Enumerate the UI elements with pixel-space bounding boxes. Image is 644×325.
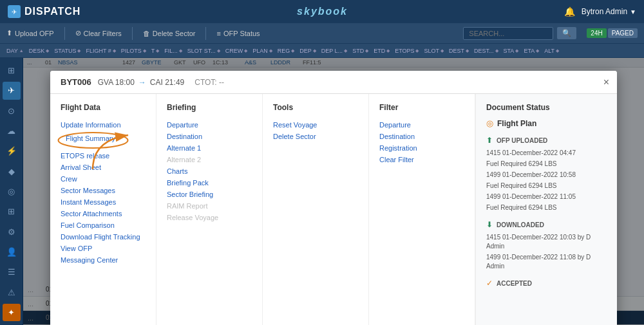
ofp-status-button[interactable]: ≡ OFP Status: [216, 30, 260, 37]
link-fuel-comparison[interactable]: Fuel Comparison: [61, 221, 146, 229]
briefing-title: Briefing: [167, 103, 252, 115]
link-briefing-charts[interactable]: Charts: [167, 167, 252, 175]
sidebar-icon-gear[interactable]: ⚙: [3, 223, 21, 241]
sidebar-icon-flight[interactable]: ✈: [3, 82, 21, 99]
downloaded-label: DOWNLOADED: [497, 221, 544, 228]
col-header-desk[interactable]: Desk ◆: [26, 48, 52, 54]
modal-flight-id: BYT006: [61, 77, 91, 87]
link-reset-voyage[interactable]: Reset Voyage: [273, 121, 358, 129]
clear-filters-button[interactable]: ⊘ Clear Filters: [75, 29, 122, 37]
sidebar-icon-apps[interactable]: ⊞: [3, 203, 21, 220]
col-header-sta[interactable]: STA ◆: [501, 48, 522, 54]
download-doc-icon: ⬇: [486, 220, 493, 229]
modal-ctot: CTOT: --: [194, 78, 224, 87]
chevron-down-icon: ▼: [630, 8, 636, 15]
sidebar-icon-circle[interactable]: ⊙: [3, 102, 21, 120]
col-header-etops[interactable]: ETOPS ◆: [392, 48, 421, 54]
bell-icon[interactable]: 🔔: [564, 6, 575, 17]
link-briefing-departure[interactable]: Departure: [167, 121, 252, 129]
modal-briefing-col: Briefing Departure Destination Alternate…: [156, 94, 263, 325]
doc-uploaded-header: ⬆ OFP UPLOADED: [486, 136, 607, 145]
col-header-dep-l[interactable]: Dep L... ◆: [319, 48, 350, 54]
modal-header: BYT006 GVA 18:00 → CAI 21:49 CTOT: -- ×: [50, 71, 617, 94]
link-view-ofp[interactable]: View OFP: [61, 245, 146, 252]
top-bar-right: 🔔 Bytron Admin ▼: [564, 6, 636, 17]
link-briefing-alternate1[interactable]: Alternate 1: [167, 144, 252, 152]
toolbar-separator-3: [205, 27, 206, 40]
link-sector-attachments[interactable]: Sector Attachments: [61, 210, 146, 218]
view-buttons: 24H PAGED: [587, 28, 638, 38]
link-flight-summary[interactable]: Flight Summary: [61, 133, 120, 144]
link-release-voyage: Release Voyage: [167, 214, 252, 221]
link-filter-clear[interactable]: Clear Filter: [379, 156, 464, 163]
col-header-crew[interactable]: Crew ◆: [223, 48, 251, 54]
accepted-label: ACCEPTED: [497, 280, 532, 287]
link-arrival-sheet[interactable]: Arrival Sheet: [61, 163, 146, 171]
search-button[interactable]: 🔍: [557, 27, 576, 39]
link-briefing-destination[interactable]: Destination: [167, 133, 252, 140]
column-headers: Day ▲ Desk ◆ Status ◆ Flight # ◆ Pilots …: [0, 44, 644, 58]
sidebar-icon-grid[interactable]: ⊞: [3, 62, 21, 79]
modal-close-button[interactable]: ×: [603, 77, 609, 88]
sidebar-icon-lightning[interactable]: ⚡: [3, 142, 21, 160]
sidebar-icon-user[interactable]: 👤: [3, 243, 21, 261]
modal-dep: GVA 18:00: [98, 78, 135, 87]
col-header-reg[interactable]: Reg ◆: [275, 48, 298, 54]
sidebar-icon-menu[interactable]: ☰: [3, 263, 21, 281]
link-filter-destination[interactable]: Destination: [379, 133, 464, 140]
sidebar-icon-star[interactable]: ✦: [3, 304, 21, 321]
link-filter-registration[interactable]: Registration: [379, 144, 464, 152]
col-header-eta[interactable]: ETA ◆: [521, 48, 542, 54]
link-instant-messages[interactable]: Instant Messages: [61, 198, 146, 206]
link-update-information[interactable]: Update Information: [61, 121, 146, 129]
col-header-alt[interactable]: Alt ◆: [542, 48, 562, 54]
search-input[interactable]: [463, 27, 553, 40]
modal-dialog: BYT006 GVA 18:00 → CAI 21:49 CTOT: -- × …: [50, 71, 617, 325]
col-header-t[interactable]: T ◆: [149, 48, 162, 54]
upload-ofp-button[interactable]: ⬆ Upload OFP: [6, 29, 54, 37]
link-briefing-pack[interactable]: Briefing Pack: [167, 179, 252, 187]
col-header-std[interactable]: STD ◆: [350, 48, 371, 54]
col-header-dep[interactable]: Dep ◆: [297, 48, 319, 54]
brand-icon: ✈: [8, 5, 21, 18]
uploaded-label: OFP UPLOADED: [497, 137, 547, 144]
doc-entry: 1415 01-December-2022 04:47: [486, 149, 607, 158]
link-filter-departure[interactable]: Departure: [379, 121, 464, 129]
col-header-pilots[interactable]: Pilots ◆: [118, 48, 149, 54]
col-header-plan[interactable]: Plan ◆: [250, 48, 275, 54]
doc-uploaded-section: ⬆ OFP UPLOADED 1415 01-December-2022 04:…: [486, 136, 607, 212]
col-header-flight[interactable]: Flight # ◆: [83, 48, 118, 54]
app-title: DISPATCH: [24, 6, 80, 17]
col-header-etd[interactable]: ETD ◆: [371, 48, 392, 54]
link-delete-sector[interactable]: Delete Sector: [273, 133, 358, 140]
col-header-dest[interactable]: Dest ◆: [446, 48, 471, 54]
link-etops-release[interactable]: ETOPS release: [61, 152, 146, 160]
sidebar-icon-warning[interactable]: ⚠: [3, 283, 21, 301]
link-sector-briefing[interactable]: Sector Briefing: [167, 190, 252, 198]
col-header-dest2[interactable]: Dest... ◆: [471, 48, 501, 54]
sidebar-icon-target[interactable]: ◎: [3, 183, 21, 200]
doc-downloaded-header: ⬇ DOWNLOADED: [486, 220, 607, 229]
view-paged-button[interactable]: PAGED: [608, 28, 638, 38]
modal-arrow-icon: →: [138, 78, 146, 87]
link-download-flight-tracking[interactable]: Download Flight Tracking: [61, 233, 146, 241]
sidebar-icon-cloud[interactable]: ☁: [3, 122, 21, 140]
link-sector-messages[interactable]: Sector Messages: [61, 187, 146, 194]
col-header-day[interactable]: Day ▲: [4, 48, 26, 54]
tools-title: Tools: [273, 103, 358, 115]
col-header-status[interactable]: Status ◆: [52, 48, 83, 54]
user-menu-button[interactable]: Bytron Admin ▼: [582, 7, 636, 16]
col-header-slot2[interactable]: Slot ◆: [421, 48, 446, 54]
flight-data-title: Flight Data: [61, 103, 146, 115]
sidebar-icon-diamond[interactable]: ◆: [3, 163, 21, 180]
col-header-fil[interactable]: Fil... ◆: [162, 48, 185, 54]
table-area: ... 01 NBSAS 1427 GBYTE GKT UFO 1C:13 A&…: [23, 58, 644, 325]
view-24h-button[interactable]: 24H: [587, 28, 606, 38]
doc-entry: 1499 01-December-2022 11:05: [486, 192, 607, 201]
col-header-slot[interactable]: Slot St... ◆: [185, 48, 223, 54]
link-crew[interactable]: Crew: [61, 175, 146, 183]
link-messaging-center[interactable]: Messaging Center: [61, 256, 146, 264]
delete-sector-button[interactable]: 🗑 Delete Sector: [143, 30, 196, 37]
modal-route: GVA 18:00 → CAI 21:49 CTOT: --: [98, 78, 224, 87]
status-icon: ≡: [216, 30, 220, 37]
